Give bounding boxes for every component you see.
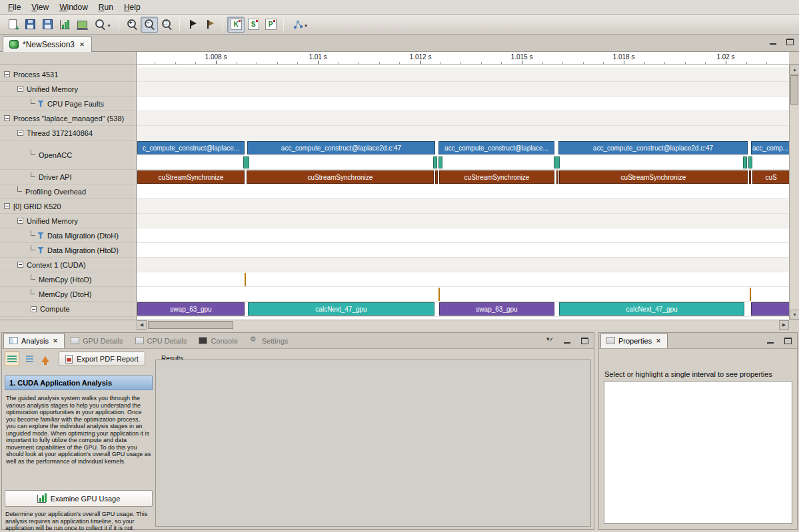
collapse-toggle-icon[interactable] xyxy=(4,115,10,121)
openacc-interval[interactable]: acc_comp... xyxy=(751,141,789,154)
timeline-track-compute[interactable]: swap_63_gpucalcNext_47_gpuswap_63_gpucal… xyxy=(137,302,789,317)
timeline-track-memcpy_htod[interactable] xyxy=(137,272,789,287)
tree-row[interactable]: MemCpy (HtoD) xyxy=(0,272,136,287)
tree-row[interactable]: MemCpy (DtoH) xyxy=(0,287,136,302)
view-menu-icon[interactable] xyxy=(546,338,554,344)
tree-row[interactable]: Data Migration (HtoD) xyxy=(0,243,136,258)
scroll-right-button[interactable] xyxy=(779,320,789,330)
timeline-track-empty[interactable] xyxy=(137,82,789,97)
compute-kernel-interval[interactable]: calcNext_47_gpu xyxy=(248,302,434,316)
analysis-menu-button[interactable] xyxy=(288,17,312,33)
next-marker-button[interactable] xyxy=(201,17,219,33)
timeline-ruler[interactable]: 1.008 s1.01 s1.012 s1.015 s1.018 s1.02 s xyxy=(137,52,789,65)
tree-row[interactable]: Context 1 (CUDA) xyxy=(0,258,136,272)
scroll-left-button[interactable] xyxy=(137,320,147,330)
openacc-wait-marker[interactable] xyxy=(554,156,560,168)
driver-api-interval[interactable]: cuStreamSynchronize xyxy=(247,170,434,184)
openacc-interval[interactable]: acc_compute_construct@laplace2d.c:47 xyxy=(247,141,435,154)
driver-api-interval[interactable]: cuStreamSynchronize xyxy=(137,170,245,184)
menu-file[interactable]: File xyxy=(3,1,26,13)
timeline-track-empty[interactable] xyxy=(137,258,789,272)
tree-row[interactable]: Thread 3172140864 xyxy=(0,126,136,140)
timeline-track-empty[interactable] xyxy=(137,126,789,140)
openacc-wait-marker[interactable] xyxy=(438,156,442,168)
openacc-interval[interactable]: acc_compute_construct@laplace2d.c:47 xyxy=(558,141,748,154)
stream-toggle-button[interactable]: S xyxy=(245,17,262,33)
driver-api-interval[interactable]: cuS xyxy=(752,170,789,184)
tab-gpu-details[interactable]: GPU Details xyxy=(65,333,129,348)
minimize-icon[interactable] xyxy=(767,338,774,344)
back-to-parent-button[interactable] xyxy=(38,352,53,366)
close-icon[interactable] xyxy=(52,338,59,344)
memcpy-interval[interactable] xyxy=(750,288,751,301)
timeline-track-empty[interactable] xyxy=(137,228,789,243)
zoom-in-button[interactable]: + xyxy=(123,17,141,33)
session-tab[interactable]: *NewSession3 xyxy=(3,36,92,52)
scroll-up-button[interactable] xyxy=(790,65,799,75)
openacc-wait-marker[interactable] xyxy=(433,156,437,168)
compute-kernel-interval[interactable]: calcNext_47_gpu xyxy=(559,302,744,316)
timeline-vertical-scrollbar[interactable] xyxy=(789,65,799,320)
zoom-fit-button[interactable]: □ xyxy=(158,17,175,33)
tree-row[interactable]: [0] GRID K520 xyxy=(0,199,136,214)
collapse-toggle-icon[interactable] xyxy=(4,71,10,77)
tab-analysis[interactable]: Analysis xyxy=(3,333,65,348)
compute-kernel-interval[interactable]: swap_63_gpu xyxy=(439,302,554,316)
memcpy-interval[interactable] xyxy=(245,273,246,286)
openacc-wait-marker[interactable] xyxy=(743,156,747,168)
collapse-toggle-icon[interactable] xyxy=(31,306,37,312)
tree-row[interactable]: Unified Memory xyxy=(0,82,136,97)
timeline-track-empty[interactable] xyxy=(137,111,789,126)
tree-row[interactable]: Unified Memory xyxy=(0,214,136,228)
kernel-toggle-button[interactable]: K xyxy=(227,17,245,33)
maximize-icon[interactable] xyxy=(581,338,588,344)
menu-view[interactable]: View xyxy=(26,1,54,13)
driver-api-interval[interactable]: cuStreamSynchronize xyxy=(439,170,554,184)
menu-run[interactable]: Run xyxy=(93,1,119,13)
search-settings-button[interactable] xyxy=(91,17,115,33)
openacc-interval[interactable]: c_compute_construct@laplace... xyxy=(137,141,245,154)
tree-row[interactable]: Process 4531 xyxy=(0,67,136,82)
maximize-icon[interactable] xyxy=(786,39,794,45)
tree-row[interactable]: Compute xyxy=(0,302,136,317)
tree-row[interactable]: Profiling Overhead xyxy=(0,184,136,199)
scroll-down-button[interactable] xyxy=(790,310,799,320)
process-toggle-button[interactable]: P xyxy=(262,17,279,33)
timeline-track-memcpy_dtoh[interactable] xyxy=(137,287,789,302)
tree-row[interactable]: CPU Page Faults xyxy=(0,97,136,111)
openacc-wait-marker[interactable] xyxy=(243,156,249,168)
close-icon[interactable] xyxy=(79,41,85,48)
timeline-track-empty[interactable] xyxy=(137,184,789,199)
timeline-track-openacc[interactable]: c_compute_construct@laplace...acc_comput… xyxy=(137,140,789,170)
vertical-scroll-thumb[interactable] xyxy=(790,75,798,105)
tab-cpu-details[interactable]: CPU Details xyxy=(129,333,193,348)
minimize-icon[interactable] xyxy=(564,338,571,344)
timeline-track-driver[interactable]: cuStreamSynchronizecuStreamSynchronizecu… xyxy=(137,170,789,184)
driver-api-interval[interactable] xyxy=(749,170,751,184)
timeline-track-empty[interactable] xyxy=(137,214,789,228)
menu-window[interactable]: Window xyxy=(54,1,93,13)
timeline-horizontal-scrollbar[interactable] xyxy=(137,320,789,330)
unguided-analysis-mode-button[interactable] xyxy=(21,352,36,366)
profile-application-button[interactable] xyxy=(56,17,73,33)
collapse-toggle-icon[interactable] xyxy=(17,86,23,92)
tree-row[interactable]: Driver API xyxy=(0,170,136,184)
tree-row[interactable]: Process "laplace_managed" (538) xyxy=(0,111,136,126)
memcpy-interval[interactable] xyxy=(438,288,440,301)
compute-kernel-interval[interactable] xyxy=(751,302,789,316)
prev-marker-button[interactable] xyxy=(184,17,201,33)
tree-row[interactable]: OpenACC xyxy=(0,140,136,170)
save-all-button[interactable] xyxy=(39,17,56,33)
timeline-track-empty[interactable] xyxy=(137,243,789,258)
timeline-track-empty[interactable] xyxy=(137,199,789,214)
minimize-icon[interactable] xyxy=(770,39,777,45)
openacc-wait-marker[interactable] xyxy=(748,156,752,168)
guided-analysis-mode-button[interactable] xyxy=(5,352,19,366)
driver-api-interval[interactable] xyxy=(435,170,438,184)
timeline-track-empty[interactable] xyxy=(137,67,789,82)
collapse-toggle-icon[interactable] xyxy=(17,262,23,268)
new-session-button[interactable] xyxy=(4,17,21,33)
collapse-toggle-icon[interactable] xyxy=(4,203,10,209)
tab-properties[interactable]: Properties xyxy=(600,333,668,348)
export-pdf-report-button[interactable]: Export PDF Report xyxy=(59,352,145,366)
